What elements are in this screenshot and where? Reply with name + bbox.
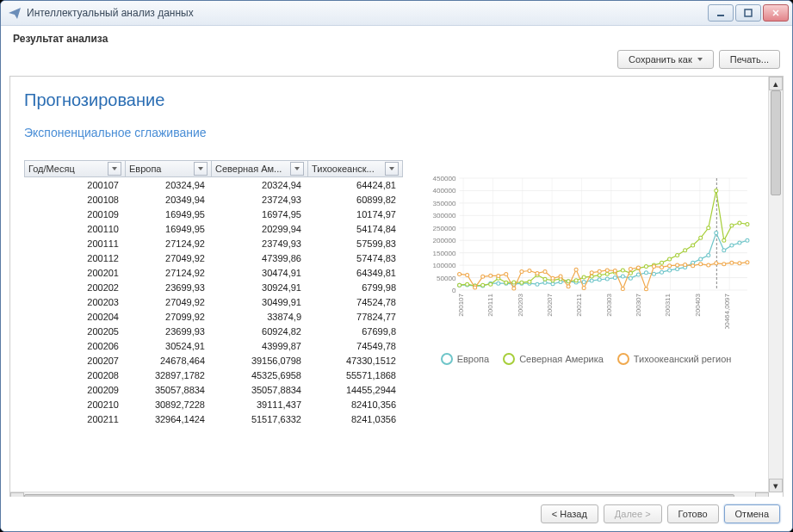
svg-point-113 — [707, 226, 710, 230]
table-cell: 16949,95 — [126, 209, 212, 220]
svg-point-138 — [605, 269, 609, 272]
svg-text:200203: 200203 — [517, 293, 524, 316]
svg-point-127 — [520, 269, 524, 273]
svg-point-120 — [466, 273, 469, 276]
svg-text:100000: 100000 — [433, 262, 457, 269]
svg-point-146 — [668, 264, 672, 268]
svg-point-75 — [707, 254, 710, 257]
svg-point-125 — [505, 272, 508, 275]
back-button[interactable]: < Назад — [541, 504, 598, 523]
col-header-date[interactable]: Год/Месяц — [24, 160, 126, 177]
svg-point-74 — [699, 257, 703, 261]
table-cell: 54174,84 — [308, 224, 403, 234]
scroll-up-icon[interactable]: ▴ — [769, 77, 783, 90]
scroll-thumb[interactable] — [771, 90, 781, 195]
table-cell: 200109 — [24, 209, 126, 220]
svg-point-155 — [738, 262, 741, 265]
col-header-pacific[interactable]: Тихоокеанск... — [308, 160, 403, 177]
legend-europe: Европа — [441, 353, 490, 365]
table-row: 20020523699,9360924,8267699,8 — [24, 324, 403, 338]
table-cell: 20324,94 — [126, 180, 212, 190]
svg-text:200311: 200311 — [664, 293, 672, 316]
minimize-button[interactable] — [708, 4, 734, 22]
svg-point-65 — [629, 276, 632, 280]
table-cell: 23724,93 — [212, 195, 308, 205]
filter-icon[interactable] — [108, 162, 121, 176]
svg-point-154 — [730, 261, 734, 264]
table-cell: 200107 — [24, 180, 126, 190]
table-cell: 24678,464 — [126, 356, 212, 366]
table-cell: 35057,8834 — [212, 385, 308, 395]
swatch-icon — [617, 353, 629, 365]
table-cell: 200205 — [24, 326, 126, 337]
svg-point-100 — [605, 272, 609, 275]
svg-point-69 — [660, 270, 664, 274]
table-cell: 57474,83 — [308, 253, 403, 263]
col-header-na[interactable]: Северная Ам... — [212, 160, 308, 177]
cancel-button[interactable]: Отмена — [724, 504, 780, 523]
maximize-button[interactable] — [735, 4, 761, 22]
svg-point-90 — [528, 280, 531, 283]
svg-point-82 — [466, 282, 469, 286]
svg-text:200303: 200303 — [605, 293, 613, 316]
svg-point-61 — [598, 278, 601, 281]
svg-point-71 — [676, 267, 679, 270]
svg-text:250000: 250000 — [433, 225, 457, 232]
col-header-europe[interactable]: Европа — [126, 160, 212, 177]
table-row: 20011127124,9223749,9357599,83 — [24, 236, 403, 251]
svg-point-59 — [582, 280, 585, 283]
table-cell: 39156,0798 — [212, 356, 308, 366]
svg-point-116 — [730, 224, 734, 227]
filter-icon[interactable] — [194, 162, 208, 176]
save-as-button[interactable]: Сохранить как — [617, 50, 714, 69]
svg-rect-1 — [745, 9, 752, 16]
table-cell: 16974,95 — [212, 209, 308, 220]
table-cell: 82410,356 — [308, 399, 403, 410]
svg-point-150 — [699, 263, 703, 266]
svg-point-115 — [722, 238, 726, 242]
table-cell: 43999,87 — [212, 341, 308, 351]
legend-pacific: Тихоокеанский регион — [617, 353, 731, 365]
table-cell: 47330,1512 — [308, 356, 403, 366]
svg-point-78 — [730, 244, 734, 247]
svg-point-62 — [605, 277, 609, 281]
table-cell: 45325,6958 — [212, 370, 308, 380]
content-inner: Прогнозирование Экспоненциальное сглажив… — [10, 77, 769, 492]
table-cell: 200210 — [24, 399, 126, 410]
scroll-down-icon[interactable]: ▾ — [769, 479, 783, 492]
table-row: 20020127124,9230474,9164349,81 — [24, 265, 403, 280]
chevron-down-icon — [697, 58, 703, 61]
svg-point-66 — [636, 273, 640, 276]
table-cell: 200206 — [24, 341, 126, 351]
svg-point-131 — [551, 276, 554, 280]
table-cell: 60924,82 — [212, 326, 308, 337]
svg-point-148 — [684, 263, 687, 267]
svg-point-124 — [497, 274, 500, 277]
svg-point-139 — [613, 269, 616, 272]
filter-icon[interactable] — [290, 162, 304, 176]
table-row: 20021030892,722839111,43782410,356 — [24, 397, 403, 411]
chart-panel: 0500001000001500002000002500003000003500… — [420, 160, 752, 426]
content-area: Прогнозирование Экспоненциальное сглажив… — [9, 76, 784, 507]
svg-point-110 — [684, 249, 687, 252]
titlebar: Интеллектуальный анализ данных — [1, 1, 792, 26]
table-row: 20020935057,883435057,883414455,2944 — [24, 382, 403, 397]
close-button[interactable] — [763, 4, 789, 22]
filter-icon[interactable] — [385, 162, 399, 176]
print-button[interactable]: Печать... — [719, 50, 780, 69]
svg-text:200464,0097: 200464,0097 — [723, 293, 731, 329]
svg-text:400000: 400000 — [433, 187, 457, 195]
table-cell: 77824,77 — [308, 312, 403, 322]
table-cell: 35057,8834 — [126, 385, 212, 395]
svg-text:200211: 200211 — [575, 293, 583, 316]
svg-point-92 — [543, 277, 547, 281]
svg-text:350000: 350000 — [433, 200, 457, 207]
table-cell: 23699,93 — [126, 326, 212, 337]
svg-rect-0 — [717, 15, 724, 16]
table-cell: 20324,94 — [212, 180, 308, 190]
svg-point-152 — [715, 262, 718, 265]
table-cell: 32897,1782 — [126, 370, 212, 380]
scrollbar-vertical[interactable]: ▴ ▾ — [768, 77, 783, 492]
svg-point-121 — [474, 286, 477, 289]
finish-button[interactable]: Готово — [667, 504, 719, 523]
